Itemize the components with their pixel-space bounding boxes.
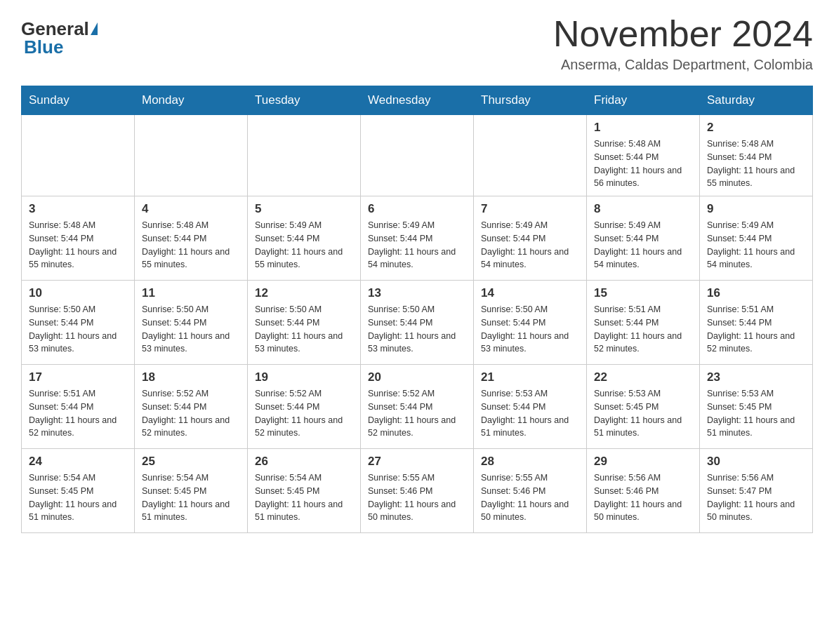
- day-info: Sunrise: 5:49 AMSunset: 5:44 PMDaylight:…: [481, 219, 579, 271]
- day-number: 29: [594, 455, 692, 469]
- calendar-cell: 6Sunrise: 5:49 AMSunset: 5:44 PMDaylight…: [361, 196, 474, 281]
- calendar-cell: 22Sunrise: 5:53 AMSunset: 5:45 PMDayligh…: [587, 365, 700, 449]
- day-number: 30: [707, 455, 805, 469]
- day-number: 21: [481, 370, 579, 384]
- day-info: Sunrise: 5:50 AMSunset: 5:44 PMDaylight:…: [142, 303, 240, 356]
- calendar-week-row: 3Sunrise: 5:48 AMSunset: 5:44 PMDaylight…: [22, 196, 813, 281]
- day-number: 9: [707, 202, 805, 216]
- title-area: November 2024 Anserma, Caldas Department…: [553, 14, 813, 73]
- calendar-cell: 4Sunrise: 5:48 AMSunset: 5:44 PMDaylight…: [135, 196, 248, 281]
- day-info: Sunrise: 5:51 AMSunset: 5:44 PMDaylight:…: [594, 303, 692, 356]
- day-number: 27: [368, 455, 466, 469]
- day-info: Sunrise: 5:48 AMSunset: 5:44 PMDaylight:…: [707, 137, 805, 190]
- calendar-cell: 21Sunrise: 5:53 AMSunset: 5:44 PMDayligh…: [474, 365, 587, 449]
- day-number: 10: [29, 286, 127, 300]
- day-number: 25: [142, 455, 240, 469]
- day-info: Sunrise: 5:50 AMSunset: 5:44 PMDaylight:…: [29, 303, 127, 356]
- day-number: 26: [255, 455, 353, 469]
- day-number: 19: [255, 370, 353, 384]
- calendar-cell: 28Sunrise: 5:55 AMSunset: 5:46 PMDayligh…: [474, 449, 587, 533]
- day-number: 15: [594, 286, 692, 300]
- day-info: Sunrise: 5:54 AMSunset: 5:45 PMDaylight:…: [29, 471, 127, 524]
- calendar-cell: 23Sunrise: 5:53 AMSunset: 5:45 PMDayligh…: [700, 365, 813, 449]
- day-info: Sunrise: 5:52 AMSunset: 5:44 PMDaylight:…: [142, 387, 240, 440]
- logo-general-text: General: [21, 20, 89, 38]
- calendar-week-row: 17Sunrise: 5:51 AMSunset: 5:44 PMDayligh…: [22, 365, 813, 449]
- day-number: 5: [255, 202, 353, 216]
- calendar-cell: 19Sunrise: 5:52 AMSunset: 5:44 PMDayligh…: [248, 365, 361, 449]
- day-info: Sunrise: 5:56 AMSunset: 5:47 PMDaylight:…: [707, 471, 805, 524]
- calendar-cell: [361, 115, 474, 196]
- calendar-cell: 8Sunrise: 5:49 AMSunset: 5:44 PMDaylight…: [587, 196, 700, 281]
- calendar-cell: 17Sunrise: 5:51 AMSunset: 5:44 PMDayligh…: [22, 365, 135, 449]
- day-info: Sunrise: 5:51 AMSunset: 5:44 PMDaylight:…: [29, 387, 127, 440]
- calendar-cell: 24Sunrise: 5:54 AMSunset: 5:45 PMDayligh…: [22, 449, 135, 533]
- day-info: Sunrise: 5:53 AMSunset: 5:45 PMDaylight:…: [594, 387, 692, 440]
- day-info: Sunrise: 5:55 AMSunset: 5:46 PMDaylight:…: [481, 471, 579, 524]
- day-info: Sunrise: 5:49 AMSunset: 5:44 PMDaylight:…: [594, 219, 692, 271]
- calendar-cell: 9Sunrise: 5:49 AMSunset: 5:44 PMDaylight…: [700, 196, 813, 281]
- calendar-header-row: SundayMondayTuesdayWednesdayThursdayFrid…: [22, 86, 813, 115]
- header-day-wednesday: Wednesday: [361, 86, 474, 115]
- day-info: Sunrise: 5:56 AMSunset: 5:46 PMDaylight:…: [594, 471, 692, 524]
- calendar-cell: [474, 115, 587, 196]
- day-info: Sunrise: 5:50 AMSunset: 5:44 PMDaylight:…: [481, 303, 579, 356]
- calendar-cell: 25Sunrise: 5:54 AMSunset: 5:45 PMDayligh…: [135, 449, 248, 533]
- calendar-week-row: 10Sunrise: 5:50 AMSunset: 5:44 PMDayligh…: [22, 281, 813, 365]
- day-number: 13: [368, 286, 466, 300]
- calendar-cell: 26Sunrise: 5:54 AMSunset: 5:45 PMDayligh…: [248, 449, 361, 533]
- calendar-table: SundayMondayTuesdayWednesdayThursdayFrid…: [21, 86, 813, 533]
- calendar-cell: 13Sunrise: 5:50 AMSunset: 5:44 PMDayligh…: [361, 281, 474, 365]
- header: General Blue November 2024 Anserma, Cald…: [21, 14, 813, 73]
- calendar-cell: 11Sunrise: 5:50 AMSunset: 5:44 PMDayligh…: [135, 281, 248, 365]
- calendar-cell: 30Sunrise: 5:56 AMSunset: 5:47 PMDayligh…: [700, 449, 813, 533]
- calendar-cell: 1Sunrise: 5:48 AMSunset: 5:44 PMDaylight…: [587, 115, 700, 196]
- day-info: Sunrise: 5:48 AMSunset: 5:44 PMDaylight:…: [594, 137, 692, 190]
- header-day-friday: Friday: [587, 86, 700, 115]
- day-info: Sunrise: 5:50 AMSunset: 5:44 PMDaylight:…: [255, 303, 353, 356]
- calendar-cell: 2Sunrise: 5:48 AMSunset: 5:44 PMDaylight…: [700, 115, 813, 196]
- calendar-cell: 29Sunrise: 5:56 AMSunset: 5:46 PMDayligh…: [587, 449, 700, 533]
- day-number: 28: [481, 455, 579, 469]
- day-number: 7: [481, 202, 579, 216]
- calendar-cell: [248, 115, 361, 196]
- logo-blue-text: Blue: [24, 36, 63, 58]
- day-info: Sunrise: 5:49 AMSunset: 5:44 PMDaylight:…: [368, 219, 466, 271]
- day-info: Sunrise: 5:54 AMSunset: 5:45 PMDaylight:…: [142, 471, 240, 524]
- calendar-cell: 16Sunrise: 5:51 AMSunset: 5:44 PMDayligh…: [700, 281, 813, 365]
- day-info: Sunrise: 5:52 AMSunset: 5:44 PMDaylight:…: [255, 387, 353, 440]
- header-day-thursday: Thursday: [474, 86, 587, 115]
- day-info: Sunrise: 5:49 AMSunset: 5:44 PMDaylight:…: [255, 219, 353, 271]
- day-info: Sunrise: 5:48 AMSunset: 5:44 PMDaylight:…: [29, 219, 127, 271]
- calendar-week-row: 1Sunrise: 5:48 AMSunset: 5:44 PMDaylight…: [22, 115, 813, 196]
- day-number: 11: [142, 286, 240, 300]
- day-info: Sunrise: 5:49 AMSunset: 5:44 PMDaylight:…: [707, 219, 805, 271]
- day-number: 24: [29, 455, 127, 469]
- day-info: Sunrise: 5:55 AMSunset: 5:46 PMDaylight:…: [368, 471, 466, 524]
- calendar-cell: 10Sunrise: 5:50 AMSunset: 5:44 PMDayligh…: [22, 281, 135, 365]
- day-number: 17: [29, 370, 127, 384]
- header-day-tuesday: Tuesday: [248, 86, 361, 115]
- calendar-cell: 5Sunrise: 5:49 AMSunset: 5:44 PMDaylight…: [248, 196, 361, 281]
- calendar-cell: [22, 115, 135, 196]
- day-info: Sunrise: 5:52 AMSunset: 5:44 PMDaylight:…: [368, 387, 466, 440]
- header-day-monday: Monday: [135, 86, 248, 115]
- day-info: Sunrise: 5:50 AMSunset: 5:44 PMDaylight:…: [368, 303, 466, 356]
- calendar-cell: 20Sunrise: 5:52 AMSunset: 5:44 PMDayligh…: [361, 365, 474, 449]
- calendar-cell: 18Sunrise: 5:52 AMSunset: 5:44 PMDayligh…: [135, 365, 248, 449]
- location-title: Anserma, Caldas Department, Colombia: [553, 57, 813, 73]
- day-number: 18: [142, 370, 240, 384]
- day-info: Sunrise: 5:51 AMSunset: 5:44 PMDaylight:…: [707, 303, 805, 356]
- day-info: Sunrise: 5:54 AMSunset: 5:45 PMDaylight:…: [255, 471, 353, 524]
- day-number: 22: [594, 370, 692, 384]
- day-number: 2: [707, 121, 805, 135]
- day-number: 16: [707, 286, 805, 300]
- calendar-cell: 7Sunrise: 5:49 AMSunset: 5:44 PMDaylight…: [474, 196, 587, 281]
- header-day-saturday: Saturday: [700, 86, 813, 115]
- day-number: 20: [368, 370, 466, 384]
- calendar-week-row: 24Sunrise: 5:54 AMSunset: 5:45 PMDayligh…: [22, 449, 813, 533]
- calendar-cell: 14Sunrise: 5:50 AMSunset: 5:44 PMDayligh…: [474, 281, 587, 365]
- calendar-cell: 15Sunrise: 5:51 AMSunset: 5:44 PMDayligh…: [587, 281, 700, 365]
- day-number: 23: [707, 370, 805, 384]
- calendar-cell: 3Sunrise: 5:48 AMSunset: 5:44 PMDaylight…: [22, 196, 135, 281]
